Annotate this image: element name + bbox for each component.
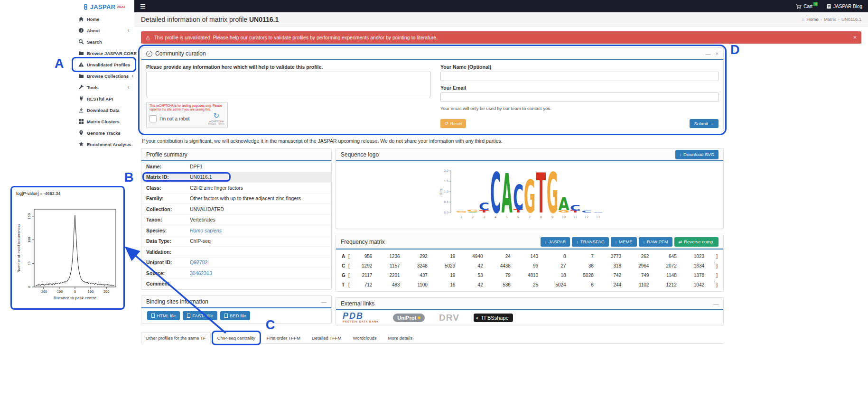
reset-icon: ↺ bbox=[445, 121, 448, 126]
reset-button[interactable]: ↺ Reset bbox=[440, 119, 466, 128]
sidebar-item-label: Browse JASPAR CORE bbox=[87, 51, 137, 56]
collapse-icon[interactable]: — bbox=[713, 301, 719, 306]
name-field[interactable] bbox=[440, 72, 719, 81]
sidebar-nav: HomeAbout‹SearchBrowse JASPAR COREUnvali… bbox=[74, 13, 134, 150]
tfbsshape-icon: ◐ bbox=[476, 315, 479, 321]
frequency-matrix-title: Frequency matrix bbox=[341, 239, 541, 245]
file-icon bbox=[151, 314, 155, 318]
uniprot-logo-text: UniProt bbox=[397, 315, 416, 321]
plot-pvalue-annotation: log[P-value] = -4682.34 bbox=[16, 191, 121, 196]
close-icon[interactable]: × bbox=[716, 51, 719, 56]
blog-link[interactable]: JASPAR Blog bbox=[826, 4, 862, 9]
sidebar-item-about[interactable]: About‹ bbox=[74, 25, 134, 36]
base-label: A bbox=[342, 254, 348, 259]
transfac-download-button[interactable]: ↓TRANSFAC bbox=[572, 237, 608, 246]
frequency-value: 53 bbox=[464, 273, 491, 278]
frequency-value: 7 bbox=[575, 254, 602, 259]
tfbsshape-link[interactable]: ◐ TFBSshape bbox=[474, 314, 513, 322]
cart-icon bbox=[795, 4, 802, 9]
raw-pfm-download-button[interactable]: ↓RAW PFM bbox=[639, 237, 672, 246]
menu-toggle-icon[interactable]: ☰ bbox=[140, 3, 146, 10]
frequency-value: 18 bbox=[547, 273, 574, 278]
frequency-value: 27 bbox=[547, 263, 574, 268]
recaptcha-privacy-terms[interactable]: Privacy - Terms bbox=[208, 123, 224, 126]
sidebar-item-browse-collections[interactable]: Browse Collections‹ bbox=[74, 70, 134, 82]
alert-close-button[interactable]: × bbox=[853, 34, 857, 41]
svg-text:3: 3 bbox=[483, 215, 485, 219]
sidebar-item-home[interactable]: Home bbox=[74, 13, 134, 25]
sidebar-item-browse-jaspar-core[interactable]: Browse JASPAR CORE bbox=[74, 47, 134, 59]
frequency-value: 2072 bbox=[657, 263, 685, 268]
frequency-value: 536 bbox=[492, 282, 519, 287]
frequency-value: 24 bbox=[492, 254, 519, 259]
svg-text:C: C bbox=[479, 201, 489, 212]
sidebar-item-genome-tracks[interactable]: Genome Tracks bbox=[74, 127, 134, 138]
collapse-icon[interactable]: — bbox=[321, 299, 327, 305]
external-links-panel: External links — PDB PROTEIN DATA BANK U… bbox=[336, 297, 724, 325]
svg-text:1.0: 1.0 bbox=[444, 190, 448, 193]
bed-file-button[interactable]: BED file bbox=[220, 311, 250, 320]
sidebar-item-tools[interactable]: Tools‹ bbox=[74, 82, 134, 93]
frequency-value: 1212 bbox=[657, 282, 685, 287]
recaptcha-checkbox[interactable] bbox=[149, 115, 157, 122]
tab-other-profiles-for-the-same-tf[interactable]: Other profiles for the same TF bbox=[141, 332, 211, 344]
tab-first-order-tffm[interactable]: First order TFFM bbox=[262, 332, 305, 344]
plug-icon bbox=[78, 96, 84, 102]
html-file-button[interactable]: HTML file bbox=[147, 311, 180, 320]
jaspar-matrix-profile-page: JASPAR2022 HomeAbout‹SearchBrowse JASPAR… bbox=[0, 0, 868, 397]
svg-text:4: 4 bbox=[495, 215, 496, 219]
sidebar-item-search[interactable]: Search bbox=[74, 36, 134, 47]
cart-badge: 0 bbox=[813, 2, 818, 6]
breadcrumb-home[interactable]: Home bbox=[806, 17, 818, 22]
fasta-file-button[interactable]: FASTA file bbox=[183, 311, 217, 320]
cart-button[interactable]: Cart 0 bbox=[795, 4, 819, 9]
wrench-icon bbox=[78, 84, 84, 90]
folder-icon bbox=[78, 50, 84, 56]
frequency-value: 42 bbox=[464, 263, 491, 268]
page-title-matrix-id: UN0116.1 bbox=[249, 16, 279, 23]
meme-download-button[interactable]: ↓MEME bbox=[611, 237, 637, 246]
curation-info-textarea[interactable] bbox=[146, 72, 431, 97]
profile-row-value[interactable]: Homo sapiens bbox=[190, 228, 222, 233]
svg-text:2: 2 bbox=[472, 215, 474, 219]
email-field[interactable] bbox=[440, 92, 719, 102]
tab-chip-seq-centrality[interactable]: ChIP-seq centrality bbox=[213, 332, 260, 344]
sidebar-item-restful-api[interactable]: RESTful API bbox=[74, 93, 134, 104]
sidebar-item-matrix-clusters[interactable]: Matrix Clusters bbox=[74, 116, 134, 127]
sidebar-item-download-data[interactable]: Download Data bbox=[74, 104, 134, 116]
profile-row-value: C2H2 zinc finger factors bbox=[190, 185, 243, 191]
profile-row-value[interactable]: 30462313 bbox=[190, 270, 212, 276]
jaspar-download-button[interactable]: ↓JASPAR bbox=[541, 237, 570, 246]
recaptcha-icon: ↻ bbox=[214, 112, 220, 120]
frequency-value: 749 bbox=[630, 273, 657, 278]
sidebar-item-enrichment-analysis[interactable]: Enrichment Analysis bbox=[74, 138, 134, 150]
frequency-row-A: A[9561236292194940241438737732626451023] bbox=[336, 251, 723, 261]
warning-icon: ⚠ bbox=[146, 35, 150, 40]
submit-button[interactable]: Submit → bbox=[690, 119, 719, 128]
svg-text:100: 100 bbox=[28, 237, 31, 242]
profile-row-uniprot-id: Uniprot ID:Q92782 bbox=[141, 258, 331, 268]
frequency-value: 19 bbox=[436, 254, 464, 259]
sidebar-item-unvalidated-profiles[interactable]: Unvalidated Profiles bbox=[74, 59, 134, 70]
collapse-icon[interactable]: — bbox=[706, 51, 711, 56]
tab-more-details[interactable]: More details bbox=[383, 332, 418, 344]
download-icon: ↓ bbox=[576, 240, 579, 245]
download-svg-button[interactable]: ↓ Download SVG bbox=[675, 150, 719, 159]
reverse-complement-button[interactable]: ⇄Reverse comp. bbox=[674, 237, 719, 246]
sidebar-item-label: About bbox=[87, 28, 100, 33]
svg-text:9: 9 bbox=[551, 215, 553, 219]
file-icon bbox=[224, 314, 228, 318]
frequency-value: 1042 bbox=[685, 282, 713, 287]
home-icon bbox=[78, 16, 84, 22]
svg-text:C: C bbox=[570, 203, 580, 212]
profile-row-label: Collection: bbox=[146, 206, 190, 212]
pdb-link[interactable]: PDB PROTEIN DATA BANK bbox=[343, 312, 379, 323]
profile-row-value[interactable]: Q92782 bbox=[190, 259, 207, 265]
drv-link[interactable]: DRV bbox=[439, 313, 459, 323]
tab-wordclouds[interactable]: Wordclouds bbox=[348, 332, 382, 344]
jaspar-logo[interactable]: JASPAR2022 bbox=[74, 0, 134, 13]
svg-text:0.0: 0.0 bbox=[444, 211, 448, 214]
tab-detailed-tffm[interactable]: Detailed TFFM bbox=[307, 332, 346, 344]
uniprot-link[interactable]: UniProt bbox=[393, 314, 425, 322]
frequency-value: 1148 bbox=[657, 273, 685, 278]
